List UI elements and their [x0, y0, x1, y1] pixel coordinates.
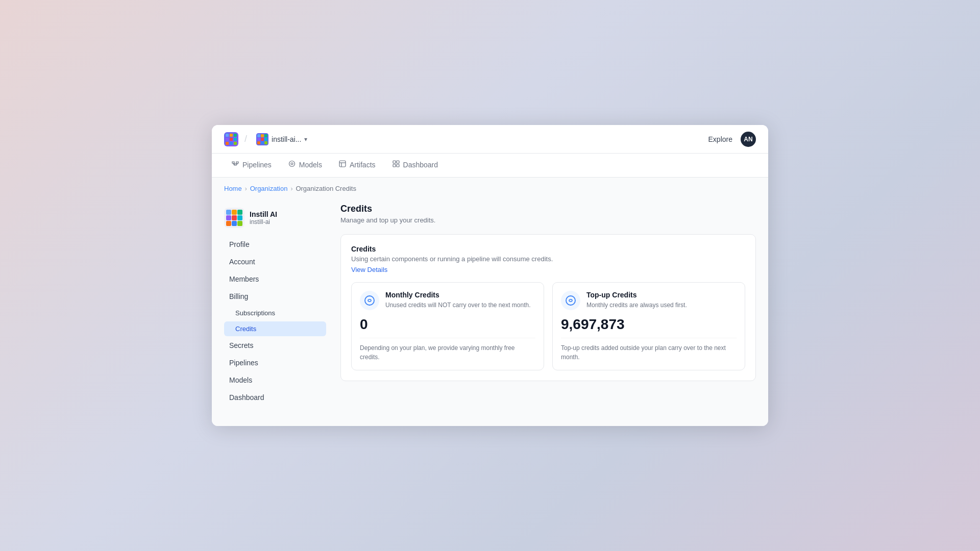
nav-pipelines-label: Pipelines: [242, 161, 272, 169]
svg-rect-35: [237, 210, 242, 215]
page-content: Credits Manage and top up your credits. …: [326, 199, 756, 414]
page-subtitle: Manage and top up your credits.: [340, 216, 756, 224]
svg-rect-18: [264, 141, 267, 144]
svg-rect-29: [397, 161, 399, 163]
view-details-link[interactable]: View Details: [351, 266, 387, 273]
monthly-credits-card: Monthly Credits Unused credits will NOT …: [351, 282, 544, 370]
sidebar-item-account[interactable]: Account: [224, 254, 326, 270]
topup-card-footer: Top-up credits added outside your plan c…: [561, 338, 737, 362]
app-logo[interactable]: [224, 132, 238, 146]
path-separator: /: [244, 134, 247, 144]
svg-rect-15: [264, 138, 267, 141]
svg-point-42: [365, 296, 374, 305]
nav-item-models[interactable]: Models: [281, 154, 329, 177]
sidebar-nav: Profile Account Members Billing Subscrip…: [224, 236, 326, 406]
sidebar-item-billing[interactable]: Billing: [224, 288, 326, 305]
nav-item-pipelines[interactable]: Pipelines: [224, 154, 279, 177]
sidebar-item-secrets[interactable]: Secrets: [224, 337, 326, 354]
models-icon: [288, 160, 296, 170]
page-header: Credits Manage and top up your credits.: [340, 204, 756, 224]
app-window: / insti: [212, 125, 768, 426]
sidebar: Instill AI instill-ai Profile Account Me…: [224, 199, 326, 414]
svg-rect-1: [230, 134, 233, 137]
sidebar-item-members[interactable]: Members: [224, 271, 326, 287]
org-header: Instill AI instill-ai: [224, 204, 326, 236]
sidebar-item-credits[interactable]: Credits: [224, 321, 326, 336]
svg-rect-37: [232, 215, 237, 220]
artifacts-icon: [338, 160, 347, 170]
svg-rect-10: [257, 134, 260, 137]
topup-credits-card: Top-up Credits Monthly credits are alway…: [552, 282, 745, 370]
svg-rect-12: [264, 134, 267, 137]
topup-card-value: 9,697,873: [561, 316, 737, 333]
monthly-credits-icon: [360, 291, 379, 310]
dashboard-icon: [392, 160, 400, 170]
svg-rect-14: [261, 138, 264, 141]
svg-rect-7: [230, 142, 233, 145]
sidebar-item-profile[interactable]: Profile: [224, 236, 326, 253]
topup-credits-icon: [561, 291, 580, 310]
svg-rect-28: [393, 161, 396, 163]
svg-rect-36: [226, 215, 231, 220]
monthly-card-note: Unused credits will NOT carry over to th…: [385, 301, 535, 310]
breadcrumb-current: Organization Credits: [296, 185, 356, 192]
svg-rect-6: [226, 142, 229, 145]
nav-item-dashboard[interactable]: Dashboard: [385, 154, 446, 177]
svg-rect-13: [257, 138, 260, 141]
nav-artifacts-label: Artifacts: [350, 161, 376, 169]
svg-rect-8: [234, 142, 237, 145]
org-logo: [224, 208, 244, 228]
sidebar-item-models[interactable]: Models: [224, 372, 326, 388]
monthly-card-info: Monthly Credits Unused credits will NOT …: [385, 291, 535, 310]
org-info-name: Instill AI: [250, 210, 277, 218]
org-info-handle: instill-ai: [250, 218, 277, 226]
svg-rect-25: [339, 161, 346, 167]
svg-point-23: [289, 161, 295, 167]
secondary-nav: Pipelines Models Artifacts: [212, 154, 768, 178]
svg-rect-39: [226, 221, 231, 226]
svg-point-24: [291, 163, 293, 165]
topbar-left: / insti: [224, 131, 708, 147]
org-info: Instill AI instill-ai: [250, 210, 277, 226]
org-name-label: instill-ai...: [272, 135, 301, 143]
svg-rect-34: [232, 210, 237, 215]
svg-rect-11: [261, 134, 264, 137]
svg-rect-17: [261, 141, 264, 144]
svg-rect-40: [232, 221, 237, 226]
sidebar-item-dashboard[interactable]: Dashboard: [224, 389, 326, 406]
svg-rect-0: [226, 134, 229, 137]
svg-point-43: [566, 296, 575, 305]
org-selector[interactable]: instill-ai... ▾: [253, 131, 310, 147]
content-layout: Instill AI instill-ai Profile Account Me…: [212, 199, 768, 426]
svg-rect-3: [226, 138, 229, 141]
nav-dashboard-label: Dashboard: [403, 161, 438, 169]
user-avatar[interactable]: AN: [741, 132, 756, 147]
credits-section: Credits Using certain components or runn…: [340, 234, 756, 381]
monthly-card-name: Monthly Credits: [385, 291, 535, 299]
org-avatar-icon: [256, 133, 268, 145]
nav-item-artifacts[interactable]: Artifacts: [331, 154, 383, 177]
credits-section-title: Credits: [351, 245, 745, 253]
main-content: Home › Organization › Organization Credi…: [212, 178, 768, 426]
page-title: Credits: [340, 204, 756, 214]
monthly-card-header: Monthly Credits Unused credits will NOT …: [360, 291, 535, 310]
svg-rect-41: [237, 221, 242, 226]
credits-cards: Monthly Credits Unused credits will NOT …: [351, 282, 745, 370]
svg-rect-38: [237, 215, 242, 220]
breadcrumb: Home › Organization › Organization Credi…: [212, 178, 768, 199]
breadcrumb-sep-1: ›: [245, 185, 247, 192]
svg-rect-16: [257, 141, 260, 144]
breadcrumb-org[interactable]: Organization: [250, 185, 288, 192]
breadcrumb-sep-2: ›: [290, 185, 292, 192]
sidebar-item-pipelines[interactable]: Pipelines: [224, 355, 326, 371]
svg-rect-2: [234, 134, 237, 137]
explore-link[interactable]: Explore: [708, 135, 732, 143]
topbar: / insti: [212, 125, 768, 154]
breadcrumb-home[interactable]: Home: [224, 185, 242, 192]
credits-section-desc: Using certain components or running a pi…: [351, 255, 745, 263]
svg-rect-4: [230, 138, 233, 141]
svg-rect-33: [226, 210, 231, 215]
svg-rect-31: [397, 164, 399, 167]
sidebar-item-subscriptions[interactable]: Subscriptions: [224, 306, 326, 320]
topup-card-header: Top-up Credits Monthly credits are alway…: [561, 291, 737, 310]
